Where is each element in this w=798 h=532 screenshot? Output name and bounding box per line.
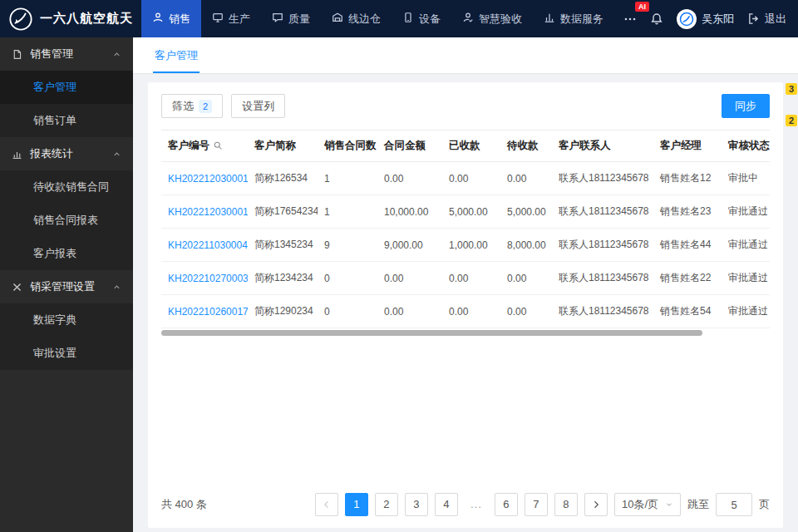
customer-id-link[interactable]: KH202211030004	[161, 229, 248, 262]
menu-item[interactable]: 客户报表	[0, 237, 133, 270]
table-row: KH202212030001 简称17654234 1 10,000.00 5,…	[161, 195, 770, 229]
page-number-button[interactable]: 6	[495, 493, 518, 516]
top-nav-item[interactable]: 线边仓	[321, 0, 392, 37]
audit-status: 审批通过	[722, 195, 770, 229]
tab-bar: 客户管理	[133, 37, 798, 74]
menu-item[interactable]: 审批设置	[0, 337, 133, 370]
sync-button[interactable]: 同步	[722, 94, 770, 118]
page-size-select[interactable]: 10条/页	[614, 493, 681, 516]
caret-up-icon	[112, 50, 121, 59]
logout-button[interactable]: 退出	[747, 12, 786, 27]
chart-icon	[12, 149, 22, 160]
column-header-label: 已收款	[449, 140, 480, 151]
column-header-label: 客户简称	[254, 140, 296, 151]
column-header: 客户编号	[161, 131, 248, 162]
next-page-button[interactable]	[584, 493, 608, 516]
column-header: 销售合同数	[318, 131, 377, 162]
page-numbers: 1 2 3 4 ... 6	[338, 493, 578, 516]
pending-amount: 0.00	[500, 162, 552, 195]
column-settings-label: 设置列	[242, 99, 274, 114]
menu-item-label: 销售订单	[33, 114, 76, 126]
bell-icon[interactable]: AI	[650, 12, 663, 26]
page-number-button[interactable]: ...	[465, 493, 488, 516]
nav-label: 智慧验收	[479, 12, 522, 27]
menu-group: 销采管理设置 数据字典 审批设置	[0, 270, 133, 370]
device-icon	[402, 12, 414, 26]
page-number-button[interactable]: 8	[554, 493, 578, 516]
column-header: 待收款	[500, 131, 552, 162]
column-header: 客户联系人	[552, 131, 653, 162]
total-count: 共 400 条	[161, 497, 207, 512]
page-number-button[interactable]: 2	[375, 493, 398, 516]
menu-group-header[interactable]: 报表统计	[0, 137, 133, 170]
menu-item[interactable]: 待收款销售合同	[0, 170, 133, 204]
annotation-marker-2: 2	[786, 115, 797, 126]
prev-page-button[interactable]	[315, 493, 338, 516]
jump-page-input[interactable]	[716, 493, 752, 516]
customer-id-link[interactable]: KH202212030001	[161, 195, 248, 229]
top-nav-item[interactable]: 质量	[261, 0, 321, 37]
submenu: 数据字典 审批设置	[0, 303, 133, 370]
customer-card: 筛选 2 设置列 同步	[148, 82, 783, 528]
caret-down-icon	[665, 500, 673, 509]
received-amount: 0.00	[442, 295, 500, 328]
menu-item[interactable]: 数据字典	[0, 303, 133, 337]
customer-id-link[interactable]: KH202210270003	[161, 262, 248, 295]
user-name: 吴东阳	[702, 12, 734, 27]
page-number-button[interactable]: 3	[405, 493, 428, 516]
column-header: 已收款	[442, 131, 500, 162]
table-header-row: 客户编号 客户简称 销售合同数 合同金额 已收款 待收款	[161, 131, 770, 162]
column-settings-button[interactable]: 设置列	[231, 94, 285, 118]
audit-status: 审批中	[722, 162, 770, 195]
brand-name: 一六八航空航天	[40, 11, 133, 27]
menu-group-header[interactable]: 销采管理设置	[0, 270, 133, 303]
top-nav-item[interactable]: 数据服务	[533, 0, 614, 37]
menu-item[interactable]: 销售合同报表	[0, 204, 133, 237]
column-header-label: 合同金额	[384, 140, 426, 151]
more-icon[interactable]	[623, 12, 637, 26]
top-nav-item[interactable]: 生产	[201, 0, 261, 37]
page-number-button[interactable]: 1	[345, 493, 368, 516]
table-row: KH202211030004 简称1345234 9 9,000.00 1,00…	[161, 229, 770, 262]
page-number-button[interactable]: 4	[435, 493, 458, 516]
top-nav-item[interactable]: 智慧验收	[451, 0, 533, 37]
contract-count: 1	[318, 162, 377, 195]
contract-amount: 10,000.00	[377, 195, 442, 229]
pending-amount: 0.00	[500, 295, 552, 328]
horizontal-scrollbar[interactable]	[161, 330, 702, 336]
group-label: 销售管理	[30, 47, 73, 62]
pending-amount: 0.00	[500, 262, 552, 295]
tab-label: 客户管理	[155, 49, 198, 62]
sync-label: 同步	[735, 99, 756, 114]
brand: 一六八航空航天	[0, 7, 141, 32]
column-header-label: 待收款	[507, 140, 539, 151]
top-nav-item[interactable]: 销售	[141, 0, 201, 37]
top-nav-item[interactable]: 设备	[392, 0, 451, 37]
search-icon[interactable]	[213, 140, 223, 150]
customer-short-name: 简称17654234	[248, 195, 318, 229]
menu-item[interactable]: 销售订单	[0, 104, 133, 137]
customer-id-link[interactable]: KH202212030001	[161, 162, 248, 195]
customer-id-link[interactable]: KH202210260017	[161, 295, 248, 328]
inspect-icon	[462, 12, 474, 26]
data-icon	[544, 12, 555, 26]
topbar-right: AI 吴东阳 退出	[623, 9, 798, 29]
pending-amount: 5,000.00	[500, 195, 552, 229]
filter-button[interactable]: 筛选 2	[161, 94, 223, 118]
group-label: 报表统计	[30, 146, 73, 161]
received-amount: 5,000.00	[442, 195, 500, 229]
ai-badge: AI	[635, 2, 649, 12]
nav-label: 生产	[229, 12, 250, 27]
customer-manager: 销售姓名44	[653, 229, 722, 262]
page-number-button[interactable]: 7	[525, 493, 548, 516]
caret-up-icon	[112, 150, 121, 159]
menu-group: 销售管理 客户管理 销售订单	[0, 37, 133, 137]
audit-status: 审批通过	[722, 262, 770, 295]
menu-group-header[interactable]: 销售管理	[0, 37, 133, 71]
chat-icon	[272, 12, 283, 26]
user-menu[interactable]: 吴东阳	[677, 9, 734, 29]
menu-item[interactable]: 客户管理	[0, 71, 133, 104]
audit-status: 审批通过	[722, 229, 770, 262]
table-body: KH202212030001 简称126534 1 0.00 0.00 0.00…	[161, 162, 770, 328]
tab-customer-management[interactable]: 客户管理	[153, 37, 200, 73]
